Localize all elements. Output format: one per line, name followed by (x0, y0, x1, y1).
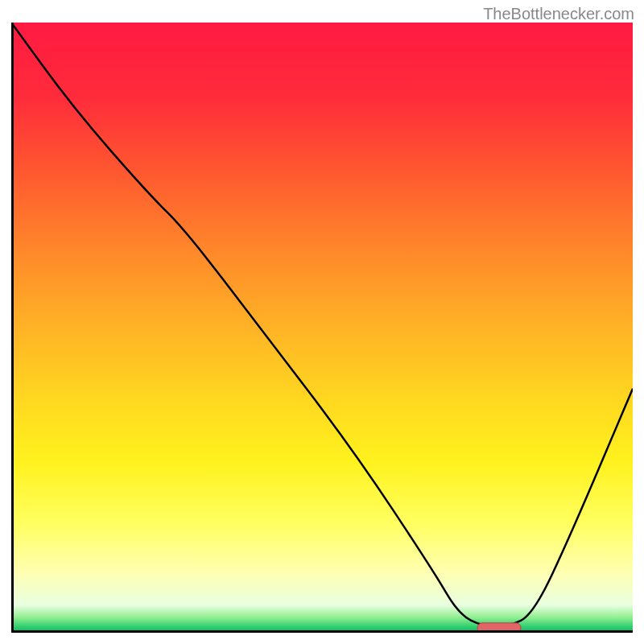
chart-area (11, 23, 633, 633)
chart-plot (11, 23, 633, 633)
bottleneck-curve (11, 23, 633, 626)
watermark-text: TheBottlenecker.com (483, 5, 634, 23)
optimal-marker (477, 623, 521, 633)
